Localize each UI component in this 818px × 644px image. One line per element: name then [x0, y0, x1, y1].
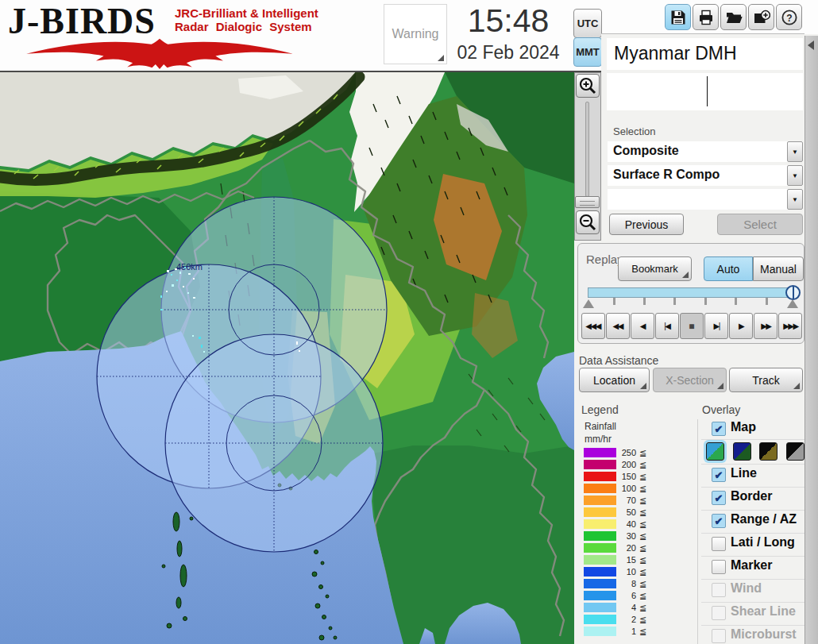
- legend-value: 6: [608, 591, 636, 600]
- product-type-dropdown[interactable]: Composite ▼: [608, 141, 803, 162]
- radar-map-display[interactable]: 450km: [0, 72, 574, 644]
- timeline-tick: [613, 298, 615, 305]
- station-title: Myanmar DMH: [607, 38, 803, 70]
- overlay-item-marker[interactable]: Marker: [701, 557, 804, 580]
- select-button[interactable]: Select: [717, 214, 803, 235]
- legend-operator: ≦: [639, 484, 646, 494]
- overlay-item-label: Map: [731, 420, 756, 434]
- add-image-button[interactable]: [748, 4, 774, 30]
- panel-collapse-strip[interactable]: [804, 36, 818, 644]
- overlay-item-label: Microburst: [731, 627, 797, 642]
- product-name-dropdown[interactable]: Surface R Compo ▼: [608, 165, 803, 186]
- playback-stop-button[interactable]: ■: [680, 313, 704, 339]
- overlay-item-map[interactable]: ✔Map: [701, 418, 804, 440]
- overlay-item-line[interactable]: ✔Line: [701, 465, 804, 488]
- checkbox[interactable]: ✔: [712, 514, 726, 528]
- logo-tagline-2: Radar Dialogic System: [175, 21, 312, 33]
- checkbox[interactable]: ✔: [712, 491, 726, 505]
- terrain-map: 450km: [0, 72, 574, 644]
- timeline-tick: [735, 298, 737, 305]
- legend-row: 15≦: [584, 554, 679, 566]
- zoom-slider-track[interactable]: [585, 102, 589, 197]
- checkbox[interactable]: [712, 629, 726, 643]
- save-button[interactable]: [665, 4, 691, 30]
- legend-value: 40: [608, 519, 636, 529]
- overlay-item-lati-long[interactable]: Lati / Long: [701, 534, 804, 557]
- print-button[interactable]: [693, 4, 719, 30]
- checkbox[interactable]: [712, 606, 726, 620]
- chevron-down-icon[interactable]: ▼: [787, 189, 803, 210]
- timezone-mmt-button[interactable]: MMT: [573, 37, 602, 67]
- overlay-item-label: Border: [731, 489, 772, 503]
- playback-play-reverse-button[interactable]: ◀: [631, 313, 654, 339]
- product-option-dropdown[interactable]: ▼: [608, 189, 803, 210]
- open-folder-button[interactable]: [720, 4, 747, 30]
- overlay-item-shear-line[interactable]: Shear Line: [701, 603, 804, 626]
- legend-row: 1≦: [584, 626, 679, 638]
- x-section-button[interactable]: X-Section: [653, 368, 727, 392]
- checkbox[interactable]: ✔: [712, 468, 726, 482]
- zoom-out-button[interactable]: [576, 210, 600, 234]
- checkbox[interactable]: [712, 560, 726, 574]
- timeline-end-marker[interactable]: [787, 299, 798, 308]
- toolbar: ?: [665, 4, 802, 30]
- chevron-down-icon[interactable]: ▼: [787, 165, 803, 186]
- overlay-item-range-az[interactable]: ✔Range / AZ: [701, 511, 804, 534]
- legend-unit-line1: Rainfall: [585, 421, 616, 432]
- playback-step-back-button[interactable]: |◀: [655, 313, 679, 339]
- app-logo-title: J-BIRDS: [8, 0, 156, 42]
- save-icon: [669, 9, 687, 26]
- location-button[interactable]: Location: [579, 368, 650, 392]
- print-icon: [697, 9, 715, 26]
- warning-button[interactable]: Warning: [384, 4, 447, 64]
- zoom-slider-thumb[interactable]: [575, 196, 600, 208]
- help-button[interactable]: ?: [776, 4, 802, 30]
- overlay-item-border[interactable]: ✔Border: [701, 488, 804, 511]
- add-image-icon: [753, 9, 770, 26]
- overlay-item-wind[interactable]: Wind: [701, 580, 804, 603]
- checkbox[interactable]: ✔: [712, 422, 726, 436]
- map-style-terrain[interactable]: [706, 442, 724, 461]
- manual-replay-button[interactable]: Manual: [753, 256, 804, 281]
- data-assistance-label: Data Assistance: [579, 354, 658, 367]
- map-style-navy-green[interactable]: [733, 442, 751, 461]
- checkbox[interactable]: [712, 537, 726, 551]
- overlay-item-label: Wind: [731, 581, 762, 596]
- chevron-down-icon[interactable]: ▼: [787, 141, 803, 162]
- timezone-utc-button[interactable]: UTC: [573, 9, 602, 38]
- playback-play-button[interactable]: ▶: [729, 313, 753, 339]
- playback-fast-rewind-button[interactable]: ◀◀: [606, 313, 630, 339]
- bookmark-button[interactable]: Bookmark: [618, 256, 692, 281]
- map-style-black-grey[interactable]: [786, 442, 804, 461]
- legend-row: 6≦: [584, 590, 679, 602]
- legend-operator: ≦: [639, 615, 646, 625]
- svg-text:?: ?: [786, 12, 792, 23]
- selection-label: Selection: [613, 125, 655, 137]
- overlay-item-microburst[interactable]: Microburst: [701, 626, 804, 644]
- playback-jump-end-button[interactable]: ▶▶▶: [778, 313, 802, 339]
- replay-timeline-thumb[interactable]: [785, 285, 801, 300]
- station-text-input[interactable]: [607, 73, 803, 110]
- overlay-item-label: Lati / Long: [731, 535, 795, 550]
- map-style-black-olive[interactable]: [759, 442, 777, 461]
- timeline-tick: [766, 298, 768, 305]
- text-cursor: [707, 76, 708, 106]
- auto-replay-button[interactable]: Auto: [704, 256, 753, 281]
- zoom-in-button[interactable]: [576, 74, 600, 98]
- clock-time: 15:48: [450, 2, 567, 40]
- previous-button[interactable]: Previous: [609, 214, 684, 235]
- legend-operator: ≦: [639, 496, 646, 506]
- playback-fast-forward-button[interactable]: ▶▶: [754, 313, 777, 339]
- legend-row: 2≦: [584, 614, 679, 626]
- logo-tagline-1: JRC-Brilliant & Intelligent: [175, 7, 318, 20]
- legend-operator: ≦: [639, 472, 646, 482]
- playback-jump-start-button[interactable]: ◀◀◀: [581, 313, 605, 339]
- overlay-item-label: Range / AZ: [731, 512, 797, 526]
- timeline-start-marker[interactable]: [583, 299, 594, 308]
- track-button[interactable]: Track: [729, 368, 803, 392]
- legend-operator: ≦: [639, 519, 646, 530]
- replay-timeline-track[interactable]: [588, 287, 794, 298]
- legend-operator: ≦: [639, 591, 646, 601]
- playback-step-forward-button[interactable]: ▶|: [704, 313, 728, 339]
- checkbox[interactable]: [712, 583, 726, 597]
